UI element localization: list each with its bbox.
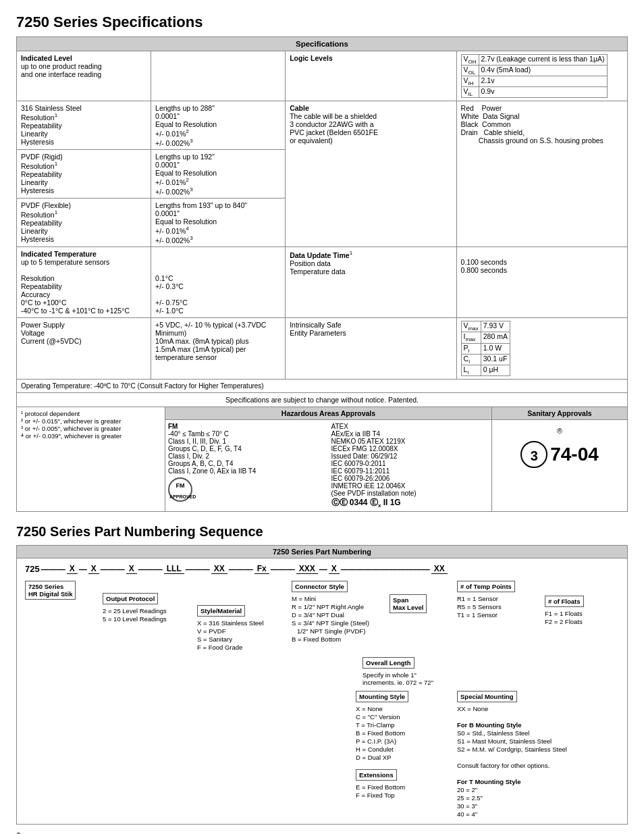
pn-dash-8: — xyxy=(318,565,329,574)
span-title: SpanMax Level xyxy=(390,594,427,613)
logic-levels-values: VOH2.7v (Leakage current is less than 1μ… xyxy=(456,51,627,101)
logic-levels-cell: Logic Levels xyxy=(286,51,456,101)
pn-seg-xx1: XX xyxy=(211,564,227,574)
isafe-table: Vmax7.93 V Imax280 mA Pi1.0 W Ci30.1 uF … xyxy=(461,321,510,375)
part-diagram-row: 725 ——— X — X ——— X ——— LLL ——— XX ——— F… xyxy=(17,558,628,825)
special-mounting-title: Special Mounting xyxy=(457,691,517,702)
ce-marking: ⒸⒺ 0344 Ⓔx II 1G xyxy=(331,498,401,507)
hazard-col: Hazardous Areas Approvals FM -40° ≤ Tamb… xyxy=(165,407,492,511)
ext-opt-2: F = Fixed Top xyxy=(356,791,450,799)
pn-dash-7: ——— xyxy=(269,565,296,574)
overall-length-box: Overall Length Specify in whole 1"increm… xyxy=(363,657,457,687)
pn-seg-x1: X xyxy=(67,564,78,574)
data-update-values: 0.100 seconds 0.800 seconds xyxy=(456,247,627,318)
pn-dash-2: — xyxy=(78,565,88,574)
indicated-level-title: Indicated Level xyxy=(21,54,72,62)
table-row: Power Supply Voltage Current (@+5VDC) +5… xyxy=(17,318,628,379)
pn-seg-x4: X xyxy=(329,564,340,574)
pvdf-rigid-values: Lengths up to 192" 0.0001" Equal to Reso… xyxy=(151,150,286,199)
indicated-level-cell: Indicated Level up to one product readin… xyxy=(17,51,151,101)
t-40: 40 = 4" xyxy=(457,810,592,818)
cs-opt-5: 1/2" NPT Single (PVDF) xyxy=(292,627,383,635)
pn-seg-lll: LLL xyxy=(164,564,184,574)
series-box: 7250 SeriesHR Digital Stik xyxy=(25,581,96,652)
bottom-section: ¹ protocol dependent ² or +/- 0.015", wh… xyxy=(16,407,628,512)
pvdf-flex-values: Lengths from 193" up to 840" 0.0001" Equ… xyxy=(151,199,286,247)
specs-header: Specifications xyxy=(17,37,628,51)
sanitary-header: Sanitary Approvals xyxy=(492,407,627,420)
mounting-style-title: Mounting Style xyxy=(356,691,408,702)
cs-opt-6: B = Fixed Bottom xyxy=(292,635,383,643)
table-row: 316 Stainless Steel Resolution1 Repeatab… xyxy=(17,101,628,150)
cs-opt-3: D = 3/4" NPT Dual xyxy=(292,611,383,619)
logic-levels-title: Logic Levels xyxy=(290,54,333,62)
power-supply-cell: Power Supply Voltage Current (@+5VDC) xyxy=(17,318,151,379)
power-supply-values: +5 VDC, +/- 10 % typical (+3.7VDC Minimu… xyxy=(151,318,286,379)
ms-opt-1: X = None xyxy=(356,705,450,712)
t-20: 20 = 2" xyxy=(457,786,592,793)
ol-body: Specify in whole 1"increments. ie. 072 =… xyxy=(363,671,457,686)
b-consult: Consult factory for other options. xyxy=(457,762,592,769)
t-25: 25 = 2.5" xyxy=(457,794,592,802)
footnotes-col: ¹ protocol dependent ² or +/- 0.015", wh… xyxy=(17,407,165,511)
options-grid-2: Overall Length Specify in whole 1"increm… xyxy=(25,657,619,687)
fm-box: FM -40° ≤ Tamb ≤ 70° C Class I, II, III,… xyxy=(168,423,326,509)
ext-opt-1: E = Fixed Bottom xyxy=(356,783,450,791)
pn-dash-1: ——— xyxy=(40,565,67,574)
intrinsically-safe-cell: Intrinsically Safe Entity Parameters xyxy=(286,318,456,379)
sm-none: XX = None xyxy=(457,705,592,712)
style-material-box: Style/Material X = 316 Stainless Steel V… xyxy=(197,605,285,652)
specs-table: Specifications Indicated Level up to one… xyxy=(16,36,628,407)
b-style-title: For B Mounting Style xyxy=(457,721,592,729)
temp-points-box: # of Temp Points R1 = 1 Sensor R5 = 5 Se… xyxy=(457,581,538,652)
series-title: 7250 SeriesHR Digital Stik xyxy=(25,581,76,600)
hazard-header: Hazardous Areas Approvals xyxy=(165,407,491,420)
op-opt-2: 5 = 10 Level Readings xyxy=(103,615,190,623)
sm-opt-3: S = Sanitary xyxy=(197,635,285,643)
sanitary-number: 74-04 xyxy=(550,444,599,465)
t-style-title: For T Mounting Style xyxy=(457,778,592,785)
pn-seg-xxx: XXX xyxy=(296,564,318,574)
voh-table: VOH2.7v (Leakage current is less than 1μ… xyxy=(461,54,608,98)
tp-opt-1: R1 = 1 Sensor xyxy=(457,595,538,602)
pn-seg-fx: Fx xyxy=(254,564,269,574)
f-opt-2: F2 = 2 Floats xyxy=(545,618,619,625)
output-protocol-title: Output Protocol xyxy=(103,593,158,604)
fm-logo: FMAPPROVED xyxy=(168,477,192,502)
part-number-line: 725 ——— X — X ——— X ——— LLL ——— XX ——— F… xyxy=(25,564,619,574)
indicated-level-body: up to one product readingand one interfa… xyxy=(21,62,102,78)
intrinsically-safe-values: Vmax7.93 V Imax280 mA Pi1.0 W Ci30.1 uF … xyxy=(456,318,627,379)
part-table: 7250 Series Part Numbering 725 ——— X — X… xyxy=(16,545,628,825)
fm-title: FM xyxy=(168,423,178,430)
fm-body: -40° ≤ Tamb ≤ 70° C Class I, II, III, Di… xyxy=(168,430,256,475)
tp-opt-3: T1 = 1 Sensor xyxy=(457,611,538,619)
pn-dash-4: ——— xyxy=(137,565,164,574)
op-temp-cell: Operating Temperature: -40ºC to 70°C (Co… xyxy=(17,379,628,392)
op-opt-1: 2 = 25 Level Readings xyxy=(103,607,190,615)
pn-dash-5: ——— xyxy=(184,565,211,574)
cs-opt-2: R = 1/2" NPT Right Angle xyxy=(292,603,383,610)
circle-3-icon: 3 xyxy=(520,441,547,468)
tp-opt-2: R5 = 5 Sensors xyxy=(457,603,538,610)
connector-title: Connector Style xyxy=(292,581,348,592)
options-grid: 7250 SeriesHR Digital Stik Output Protoc… xyxy=(25,581,619,652)
b-s0: S0 = Std., Stainless Steel xyxy=(457,729,592,737)
empty-cell-1 xyxy=(151,51,286,101)
floats-box: # of Floats F1 = 1 Floats F2 = 2 Floats xyxy=(545,596,619,652)
part-table-header: 7250 Series Part Numbering xyxy=(17,546,628,558)
footnote-2: ² or +/- 0.015", whichever is greater xyxy=(21,417,161,425)
footnote-1: ¹ protocol dependent xyxy=(21,410,161,417)
style-material-title: Style/Material xyxy=(197,605,245,617)
indicated-temp-cell: Indicated Temperature up to 5 temperatur… xyxy=(17,247,151,318)
b-s1: S1 = Mast Mount, Stainless Steel xyxy=(457,737,592,745)
ms-opt-4: B = Fixed Bottom xyxy=(356,729,450,737)
spacer-3 xyxy=(25,691,349,818)
table-row: Indicated Temperature up to 5 temperatur… xyxy=(17,247,628,318)
extensions-title: Extensions xyxy=(356,769,397,781)
data-update-cell: Data Update Time1 Position data Temperat… xyxy=(286,247,456,318)
t-30: 30 = 3" xyxy=(457,802,592,810)
page-number: 6 xyxy=(16,831,628,834)
table-row: Indicated Level up to one product readin… xyxy=(17,51,628,101)
ss-values: Lengths up to 288" 0.0001" Equal to Reso… xyxy=(151,101,286,150)
ms-opt-6: H = Condulet xyxy=(356,746,450,753)
